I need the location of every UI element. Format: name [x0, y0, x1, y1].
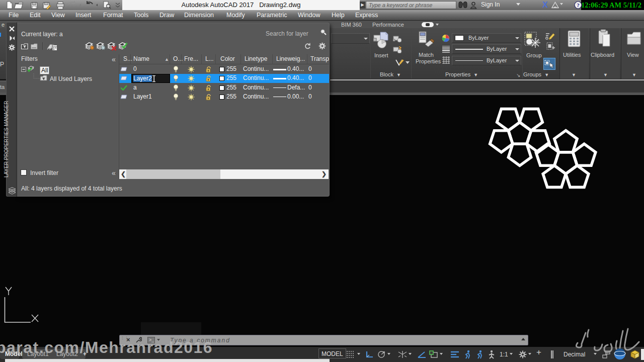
svg-text:?: ? — [577, 2, 580, 8]
